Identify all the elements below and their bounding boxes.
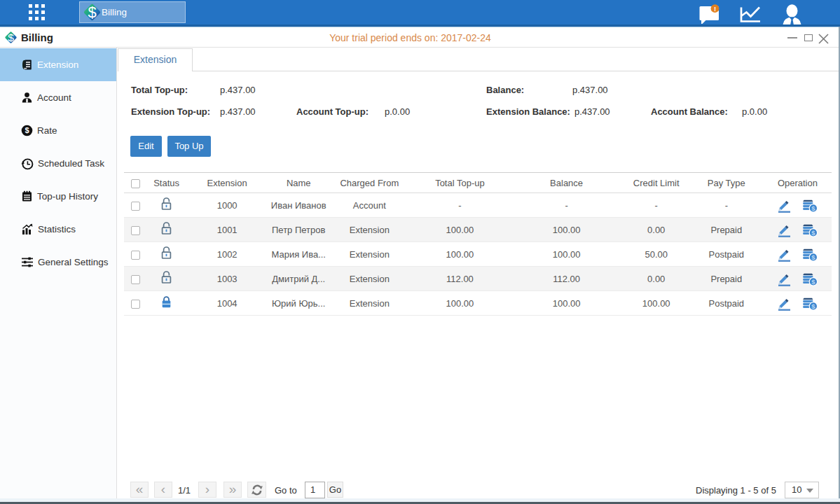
svg-text:$: $ [812, 278, 816, 286]
svg-text:$: $ [812, 229, 816, 237]
svg-text:!: ! [714, 5, 716, 13]
svg-text:$: $ [812, 253, 816, 261]
svg-text:$: $ [812, 302, 816, 310]
svg-text:$: $ [25, 126, 29, 134]
svg-text:$: $ [88, 4, 96, 21]
svg-text:$: $ [812, 204, 816, 212]
